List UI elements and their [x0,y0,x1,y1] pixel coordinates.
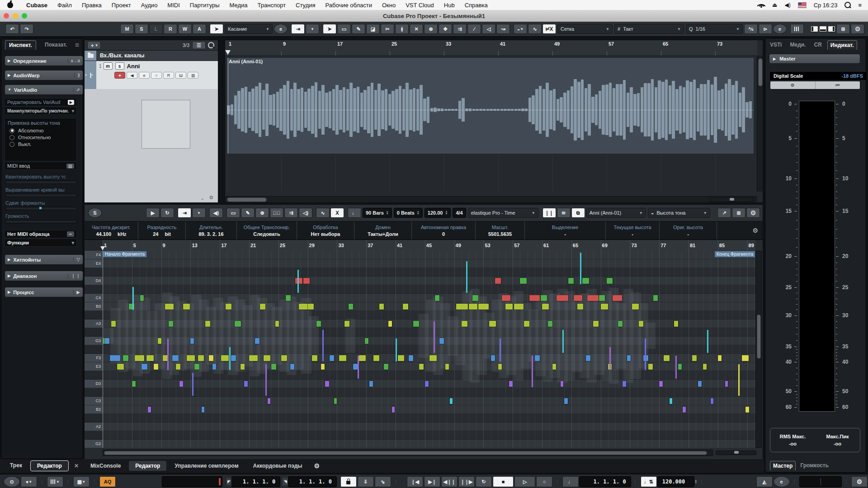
pitch-segment-117[interactable] [627,355,631,361]
pitch-segment-29[interactable] [212,364,216,370]
spotlight-icon[interactable] [844,2,851,8]
solo-button[interactable]: s [115,62,124,70]
pitch-segment-28[interactable] [209,355,213,361]
pitch-segment-134[interactable] [725,381,728,387]
pitch-segment-99[interactable] [552,364,556,370]
radio-0-icon[interactable] [9,128,14,133]
pitch-segment-78[interactable] [450,398,453,404]
pitch-segment-9[interactable] [140,295,144,301]
pitch-segment-11[interactable] [146,355,154,361]
pitch-segment-44[interactable] [286,295,291,301]
pitch-segment-104[interactable] [574,295,582,301]
key-sharp-4[interactable] [85,285,103,294]
pitch-line-11[interactable] [500,338,501,361]
pitch-segment-32[interactable] [231,355,236,361]
menu-item-6[interactable]: Партитуры [185,2,225,9]
key-C4[interactable]: C4 [85,294,103,302]
slider-1[interactable] [5,194,77,197]
pitch-segment-19[interactable] [176,364,180,370]
pitch-segment-81[interactable] [462,321,467,327]
slider-2-knob[interactable] [39,207,42,209]
show-layers-icon[interactable]: ≋ [557,208,571,218]
right-zone-toggle[interactable] [828,26,835,32]
pitch-segment-24[interactable] [194,364,199,370]
pitch-segment-110[interactable] [593,321,598,327]
key-sharp-14[interactable] [85,371,103,380]
lower-zone-tab-0[interactable]: MixConsole [84,461,127,471]
pitch-segment-74[interactable] [429,355,437,361]
auto-quantize-button[interactable]: AQ [99,476,116,487]
editor-audition-volume-icon[interactable]: ◀) [209,208,223,218]
menu-item-10[interactable]: Рабочие области [321,2,377,9]
wifi-icon[interactable] [758,2,765,8]
pitch-segment-80[interactable] [469,304,477,310]
pitch-segment-12[interactable] [148,407,151,413]
pitch-segment-34[interactable] [241,364,245,370]
pitch-segment-132[interactable] [711,398,713,404]
pitch-line-0[interactable] [132,287,134,310]
mute-tool[interactable]: ✕ [410,24,423,34]
lower-zone-tab-3[interactable]: Аккордовые пэды [247,461,309,471]
pitch-segment-20[interactable] [179,381,183,387]
grid-type-dropdown[interactable]: # Такт▼ [614,24,684,34]
pitch-segment-57[interactable] [344,321,349,327]
pitch-segment-14[interactable] [158,338,161,344]
volume-icon[interactable]: ◀) [784,2,790,8]
transport-common-icon[interactable]: ⊙ [4,476,20,487]
expand-chevron-icon[interactable]: ⌄ [201,196,204,201]
pitch-segment-47[interactable] [303,278,310,284]
pitch-line-7[interactable] [358,356,359,379]
pitch-segment-94[interactable] [529,295,540,301]
punch-in-button[interactable]: ⇩ [358,476,374,487]
key-A2[interactable]: A2 [85,422,103,431]
info-col-8[interactable]: Выделение- [525,221,606,239]
zone-tabs-gear-icon[interactable]: ⚙ [314,462,320,469]
pitch-line-16[interactable] [645,338,646,370]
pitch-segment-40[interactable] [268,398,270,404]
pitch-segment-88[interactable] [498,364,502,370]
color-menu-dropdown[interactable]: ◒ ▼ [514,24,527,34]
menubar-clock[interactable]: Ср 16:23 [814,2,838,9]
pitch-segment-66[interactable] [388,321,392,327]
pitch-segment-71[interactable] [413,321,419,327]
key-C3[interactable]: C3 [85,397,103,405]
glue-tool[interactable]: ≬ [395,24,409,34]
key-E4[interactable]: E4 [85,259,103,268]
pitch-segment-69[interactable] [403,304,408,310]
pitch-segment-63[interactable] [373,355,379,361]
meter-reset-icon[interactable]: ⏮ [816,81,860,89]
pitch-segment-43[interactable] [281,355,287,361]
open-automation-panel-button[interactable]: e [274,24,288,34]
tempo-display[interactable]: 120.000 [657,476,695,487]
meter-scale-row[interactable]: Digital Scale -18 dBFS [770,72,867,80]
manipulators-row[interactable]: МанипуляторыПо умолчан.▾ [5,107,77,115]
info-col-6[interactable]: Автономная правка0 [412,221,476,239]
metronome-button[interactable]: ◭ [756,476,773,487]
editor-range-tool[interactable]: ▭ [226,208,240,218]
info-col-0[interactable]: Частота дискрет.44.100kHz [85,221,138,239]
info-line-gear-icon[interactable]: ⚙ [752,227,758,234]
section-hitpoints[interactable]: ▶Хитпойнты▽ [5,254,83,265]
left-zone-tab-1[interactable]: Редактор [30,460,69,471]
quantize-panel-icon[interactable]: ⊳ [759,24,772,34]
pitch-segment-13[interactable] [154,364,158,370]
pitch-segment-36[interactable] [249,355,258,361]
pitch-segment-35[interactable] [244,381,248,387]
functions-row[interactable]: Функции▾ [5,239,77,247]
pitch-line-1[interactable] [167,338,169,370]
autoscroll-button[interactable]: ⇥ [291,24,305,34]
slider-2[interactable] [5,207,77,210]
variaudio-mode-dropdown[interactable]: ◒ Высота тона▼ [648,208,710,218]
pitch-segment-95[interactable] [541,295,547,301]
key-G3[interactable]: G3 [85,337,103,345]
key-sharp-11[interactable] [85,345,103,354]
pitch-segment-3[interactable] [111,321,116,327]
pitch-line-13[interactable] [562,330,564,353]
automation-w-button[interactable]: W [178,24,192,34]
pitch-segment-38[interactable] [260,304,265,310]
control-center-icon[interactable]: ≡ [858,2,862,9]
pitch-segment-83[interactable] [478,304,489,310]
pitch-segment-124[interactable] [664,355,670,361]
pitch-segment-115[interactable] [618,321,623,327]
pitch-line-5[interactable] [297,270,299,293]
